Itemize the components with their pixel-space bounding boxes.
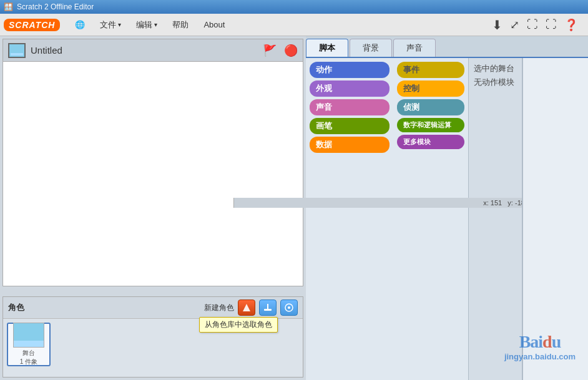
tab-scripts[interactable]: 脚本 <box>306 39 348 57</box>
category-motion[interactable]: 动作 <box>310 62 390 78</box>
coordinates: x: 151 y: -180 <box>233 198 534 208</box>
upload-sprite-button[interactable] <box>280 300 298 316</box>
menu-edit[interactable]: 编辑 ▾ <box>131 17 162 33</box>
sprite-toolbar: 角色 新建角色 <box>3 297 303 319</box>
toolbar: ⬇ ⤢ ⛶ ⛶ ❓ <box>492 17 584 32</box>
menu-about[interactable]: About <box>198 17 230 32</box>
titlebar: 🪟 Scratch 2 Offline Editor <box>0 0 588 14</box>
block-info-line1: 选中的舞台 <box>474 63 517 74</box>
category-more[interactable]: 更多模块 <box>397 135 464 149</box>
stage-canvas <box>2 61 303 286</box>
shrink-icon[interactable]: ⛶ <box>546 18 557 31</box>
script-area[interactable]: Baidu jingyan.baidu.com <box>522 58 588 380</box>
block-categories: 动作 外观 声音 画笔 数据 <box>306 58 393 380</box>
stage-icon <box>8 43 26 58</box>
stage-header: Untitled 🚩 🔴 <box>2 39 303 61</box>
menu-help[interactable]: 帮助 <box>167 17 194 33</box>
category-data[interactable]: 数据 <box>310 137 390 153</box>
coord-x: 151 <box>491 199 502 207</box>
svg-marker-2 <box>243 304 250 311</box>
category-operators[interactable]: 数字和逻辑运算 <box>397 118 464 132</box>
tabs: 脚本 背景 声音 <box>306 36 588 58</box>
help-icon[interactable]: ❓ <box>564 18 578 32</box>
tab-backgrounds[interactable]: 背景 <box>350 39 392 57</box>
sprite-name: 舞台 1 件象 <box>20 349 37 366</box>
category-events[interactable]: 事件 <box>397 62 464 78</box>
block-categories-right: 事件 控制 侦测 数字和逻辑运算 更多模块 <box>393 58 468 380</box>
stage-title: Untitled <box>31 45 255 56</box>
svg-point-6 <box>288 306 290 309</box>
titlebar-icon: 🪟 <box>4 2 13 11</box>
blocks-area: 动作 外观 声音 画笔 数据 事件 控制 侦测 数字和逻辑运算 更多模块 选中的… <box>306 58 588 380</box>
category-sound[interactable]: 声音 <box>310 99 390 115</box>
tooltip: 从角色库中选取角色 <box>199 317 278 333</box>
category-pen[interactable]: 画笔 <box>310 118 390 134</box>
block-info-line2: 无动作模块 <box>474 77 517 88</box>
svg-rect-4 <box>267 304 268 310</box>
sprite-thumbnail <box>13 323 44 348</box>
fullscreen-icon[interactable]: ⤢ <box>510 18 519 32</box>
sprite-area: 角色 新建角色 <box>2 296 303 378</box>
category-looks[interactable]: 外观 <box>310 80 390 97</box>
tooltip-text: 从角色库中选取角色 <box>205 320 272 329</box>
new-sprite-label: 新建角色 <box>204 303 234 313</box>
left-panel: Untitled 🚩 🔴 x: 151 y: -180 角色 新建角色 <box>0 36 306 380</box>
paint-sprite-button[interactable] <box>259 300 277 316</box>
svg-rect-8 <box>14 341 44 347</box>
svg-rect-1 <box>11 53 23 56</box>
category-control[interactable]: 控制 <box>397 80 464 97</box>
start-button[interactable]: 🚩 <box>263 44 277 57</box>
sprite-area-label: 角色 <box>8 302 24 313</box>
menubar: SCRATCH 🌐 文件 ▾ 编辑 ▾ 帮助 About ⬇ ⤢ ⛶ ⛶ ❓ <box>0 14 588 36</box>
sprite-item[interactable]: 舞台 1 件象 <box>7 323 51 366</box>
watermark: Baidu jingyan.baidu.com <box>504 332 576 361</box>
menu-globe[interactable]: 🌐 <box>70 17 90 32</box>
sprite-from-library-button[interactable] <box>238 300 255 316</box>
main-area: Untitled 🚩 🔴 x: 151 y: -180 角色 新建角色 <box>0 36 588 380</box>
category-sensing[interactable]: 侦测 <box>397 99 464 115</box>
tab-sounds[interactable]: 声音 <box>393 39 436 57</box>
stop-button[interactable]: 🔴 <box>284 44 298 57</box>
right-panel: 脚本 背景 声音 动作 外观 声音 画笔 数据 事件 控制 侦测 数字和逻辑运算… <box>306 36 588 380</box>
titlebar-title: Scratch 2 Offline Editor <box>17 2 94 11</box>
expand-icon[interactable]: ⛶ <box>527 18 538 31</box>
download-icon[interactable]: ⬇ <box>492 17 502 32</box>
menu-file[interactable]: 文件 ▾ <box>95 17 126 33</box>
scratch-logo: SCRATCH <box>4 19 60 31</box>
